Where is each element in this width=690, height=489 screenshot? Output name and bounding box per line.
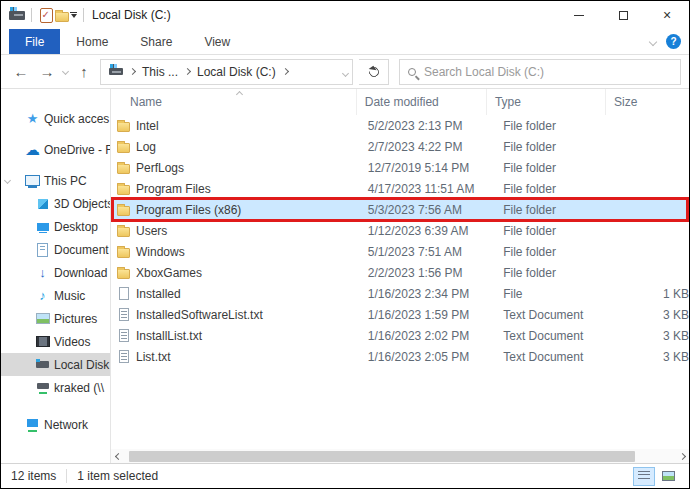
refresh-button[interactable]: [359, 59, 389, 85]
table-row[interactable]: Users 1/12/2023 6:39 AM File folder: [111, 220, 689, 241]
minimize-button[interactable]: [557, 1, 601, 29]
scrollbar-track[interactable]: [125, 449, 675, 463]
column-header-date-modified[interactable]: Date modified: [356, 89, 486, 115]
file-name: List.txt: [130, 350, 360, 364]
sidebar-item-label: This PC: [44, 174, 87, 188]
sidebar-item-onedrive-f[interactable]: OneDrive - F: [1, 138, 110, 161]
sidebar-item-label: Desktop: [54, 220, 98, 234]
file-date-modified: 1/16/2023 2:05 PM: [360, 350, 495, 364]
recent-locations-chevron-icon[interactable]: [62, 68, 69, 75]
explorer-window: Local Disk (C:) × FileHomeShareView ? ← …: [0, 0, 690, 489]
sidebar-item-label: Videos: [54, 335, 90, 349]
file-name: Windows: [130, 245, 360, 259]
up-button[interactable]: ↑: [74, 63, 94, 80]
sidebar-item-this-pc[interactable]: This PC: [1, 169, 110, 192]
sidebar-item-label: Pictures: [54, 312, 97, 326]
search-input[interactable]: [424, 65, 672, 79]
file-type: File folder: [495, 182, 619, 196]
horizontal-scrollbar[interactable]: [111, 449, 689, 463]
file-icon: [111, 350, 130, 363]
table-row[interactable]: InstallList.txt 1/16/2023 2:02 PM Text D…: [111, 325, 689, 346]
file-type: Text Document: [495, 350, 619, 364]
sidebar-item-music[interactable]: Music: [1, 284, 110, 307]
table-row[interactable]: List.txt 1/16/2023 2:05 PM Text Document…: [111, 346, 689, 367]
sidebar-item-desktop[interactable]: Desktop: [1, 215, 110, 238]
divider: [31, 8, 32, 22]
column-header-type[interactable]: Type: [486, 89, 605, 115]
sidebar-item-3d-objects[interactable]: 3D Objects: [1, 192, 110, 215]
scroll-left-button[interactable]: [111, 449, 125, 463]
details-view-button[interactable]: [633, 467, 655, 486]
table-row[interactable]: Log 2/7/2023 4:22 PM File folder: [111, 136, 689, 157]
table-row[interactable]: Installed 1/16/2023 2:34 PM File 1 KB: [111, 283, 689, 304]
file-type: Text Document: [495, 329, 619, 343]
column-header-name[interactable]: Name: [111, 89, 356, 115]
breadcrumb-separator-icon: [129, 68, 136, 75]
sidebar-item-pictures[interactable]: Pictures: [1, 307, 110, 330]
file-name: Log: [130, 140, 360, 154]
window-title: Local Disk (C:): [92, 8, 171, 22]
close-button[interactable]: ×: [645, 1, 689, 29]
tab-file[interactable]: File: [9, 29, 60, 54]
table-row[interactable]: Program Files (x86) 5/3/2023 7:56 AM Fil…: [111, 199, 689, 220]
file-name: InstalledSoftwareList.txt: [130, 308, 360, 322]
expander-chevron-icon[interactable]: [4, 177, 11, 184]
sidebar-item-icon: [35, 288, 50, 303]
sidebar-item-icon: [35, 334, 50, 349]
sidebar-item-local-disk[interactable]: Local Disk: [1, 353, 110, 376]
ribbon-tabs: FileHomeShareView ?: [1, 29, 689, 55]
sidebar-item-download[interactable]: Download: [1, 261, 110, 284]
file-name: Program Files (x86): [130, 203, 360, 217]
table-row[interactable]: XboxGames 2/2/2023 1:56 PM File folder: [111, 262, 689, 283]
sidebar-item-kraked[interactable]: kraked (\\: [1, 376, 110, 399]
back-button[interactable]: ←: [11, 63, 31, 80]
maximize-button[interactable]: [601, 1, 645, 29]
table-row[interactable]: PerfLogs 12/7/2019 5:14 PM File folder: [111, 157, 689, 178]
breadcrumb-local-disk[interactable]: Local Disk (C:): [195, 65, 278, 79]
address-dropdown-button[interactable]: [343, 64, 348, 79]
sidebar-item-quick-acces[interactable]: Quick acces: [1, 107, 110, 130]
sidebar-item-icon: [25, 111, 40, 126]
refresh-icon: [366, 64, 380, 78]
forward-button[interactable]: →: [37, 63, 57, 80]
large-icons-view-button[interactable]: [657, 467, 679, 486]
breadcrumb-separator-icon: [282, 68, 289, 75]
sidebar-item-videos[interactable]: Videos: [1, 330, 110, 353]
address-bar[interactable]: This ... Local Disk (C:): [100, 59, 353, 85]
file-date-modified: 1/16/2023 2:02 PM: [360, 329, 495, 343]
tab-view[interactable]: View: [188, 29, 246, 54]
column-header-size[interactable]: Size: [605, 89, 689, 115]
sidebar-item-document[interactable]: Document: [1, 238, 110, 261]
table-row[interactable]: Intel 5/2/2023 2:13 PM File folder: [111, 115, 689, 136]
breadcrumb-separator-icon: [184, 68, 191, 75]
sidebar-item-label: Music: [54, 289, 85, 303]
properties-icon[interactable]: [38, 7, 54, 23]
file-icon: [111, 161, 130, 174]
table-row[interactable]: Program Files 4/17/2023 11:51 AM File fo…: [111, 178, 689, 199]
file-date-modified: 2/2/2023 1:56 PM: [360, 266, 495, 280]
sidebar-item-icon: [35, 357, 50, 372]
sidebar-item-icon: [25, 173, 40, 188]
help-button[interactable]: ?: [666, 34, 681, 49]
sidebar-item-label: OneDrive - F: [44, 143, 111, 157]
table-row[interactable]: Windows 5/1/2023 7:51 AM File folder: [111, 241, 689, 262]
sidebar-item-network[interactable]: Network: [1, 413, 110, 436]
breadcrumb-this-pc[interactable]: This ...: [140, 65, 180, 79]
sidebar-item-icon: [25, 142, 40, 157]
tab-share[interactable]: Share: [124, 29, 188, 54]
sidebar-item-icon: [35, 311, 50, 326]
file-type: File folder: [495, 119, 619, 133]
scroll-right-button[interactable]: [675, 449, 689, 463]
file-size: 3 KB: [619, 308, 689, 322]
file-type: File folder: [495, 224, 619, 238]
customize-toolbar-chevron-icon[interactable]: [70, 12, 77, 18]
new-folder-icon[interactable]: [54, 7, 70, 23]
file-date-modified: 1/12/2023 6:39 AM: [360, 224, 495, 238]
tab-home[interactable]: Home: [60, 29, 124, 54]
table-row[interactable]: InstalledSoftwareList.txt 1/16/2023 1:59…: [111, 304, 689, 325]
scrollbar-thumb[interactable]: [129, 451, 635, 462]
file-size: 3 KB: [619, 350, 689, 364]
collapse-ribbon-chevron-icon[interactable]: [649, 37, 657, 45]
file-name: Installed: [130, 287, 360, 301]
maximize-icon: [619, 11, 628, 20]
